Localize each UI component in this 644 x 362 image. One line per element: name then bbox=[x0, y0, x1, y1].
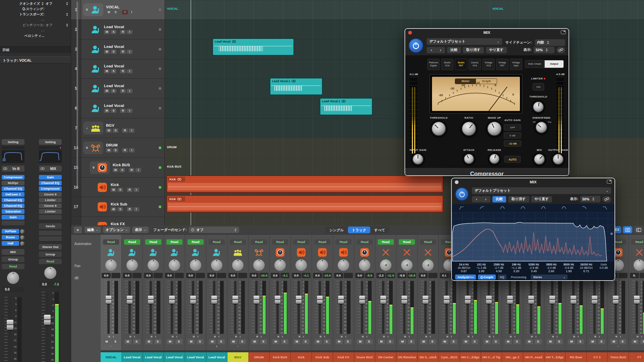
eq-band-type-icon[interactable] bbox=[477, 205, 487, 212]
inspector-param-row[interactable]: ピッチソース:オフ bbox=[0, 22, 71, 28]
plugin-slot[interactable]: Limiter bbox=[39, 198, 62, 202]
track-tab-drum[interactable]: DRUM bbox=[249, 352, 270, 362]
automation-read-button[interactable]: Read bbox=[378, 239, 394, 245]
automation-read-button[interactable]: Read bbox=[631, 239, 644, 245]
volume-fader[interactable]: 03691215182124303540455060 bbox=[544, 281, 565, 334]
volume-fader[interactable]: 03691215182124303540455060 bbox=[608, 281, 629, 334]
link-icon[interactable] bbox=[602, 196, 611, 202]
input-monitor-button[interactable]: I bbox=[133, 207, 139, 212]
inspector-param-row[interactable]: Q-スウィング: bbox=[0, 6, 71, 12]
analyzer-button[interactable]: AnalyzerPost bbox=[455, 275, 476, 280]
mute-button[interactable]: M bbox=[484, 339, 491, 344]
input-monitor-button[interactable]: I bbox=[240, 335, 240, 338]
model-button[interactable]: StudioFET bbox=[455, 59, 467, 70]
track-tab-sn-rimshot[interactable]: SN Rimshot bbox=[396, 352, 418, 362]
solo-button[interactable]: S bbox=[408, 339, 415, 344]
plugin-slot[interactable]: Saturation bbox=[2, 209, 24, 214]
pan-knob[interactable] bbox=[253, 259, 265, 271]
solo-button[interactable]: S bbox=[111, 89, 116, 93]
plugin-slot[interactable]: Channel EQ bbox=[2, 198, 24, 202]
redo-button[interactable]: やり直す bbox=[486, 47, 507, 53]
track-tab-kick-fx[interactable]: Kick FX bbox=[333, 352, 354, 362]
volume-fader[interactable]: 03691215182124303540455060 bbox=[566, 281, 586, 334]
plugin-slot[interactable]: Channel EQ bbox=[2, 186, 24, 191]
record-button[interactable]: R bbox=[127, 188, 132, 192]
mixer-strip-sn-s-stick[interactable]: Read-60.003691215182124303540455060RIMS bbox=[418, 235, 439, 350]
input-monitor-button[interactable]: I bbox=[641, 335, 642, 338]
solo-button[interactable]: S bbox=[111, 50, 116, 54]
input-monitor-button[interactable]: I bbox=[133, 188, 139, 192]
record-button[interactable]: R bbox=[573, 335, 575, 338]
routing-tab[interactable]: Side Chain bbox=[525, 60, 544, 68]
record-button[interactable]: R bbox=[120, 50, 126, 54]
pan-knob[interactable] bbox=[296, 259, 307, 271]
automation-read-button[interactable]: Read bbox=[230, 239, 246, 245]
pan-knob[interactable] bbox=[169, 259, 180, 271]
mute-button[interactable]: M bbox=[188, 339, 195, 344]
automation-read-button[interactable]: Read bbox=[166, 239, 182, 245]
mixer-strip-kick-sub[interactable]: Read0.0-15.603691215182124303540455060RI… bbox=[312, 235, 333, 350]
track-row-lead-vocal[interactable]: 4Lead VocalMSRI bbox=[71, 59, 165, 79]
eq-band-values[interactable]: 19200 Hz24 dB/Oct0.71 bbox=[578, 263, 595, 273]
volume-fader[interactable]: 03691215182124303540455060 bbox=[333, 281, 354, 334]
mute-button[interactable]: M bbox=[106, 128, 112, 133]
automation-mode[interactable]: Read bbox=[2, 264, 24, 269]
channel-name[interactable]: Vo B bbox=[2, 166, 24, 172]
solo-button[interactable]: S bbox=[175, 339, 182, 344]
filter-トラック[interactable]: トラック bbox=[348, 227, 370, 233]
mute-button[interactable]: M bbox=[106, 148, 112, 153]
pan-knob[interactable] bbox=[317, 259, 328, 271]
input-monitor-button[interactable]: I bbox=[409, 335, 410, 338]
input-monitor-button[interactable]: I bbox=[367, 335, 367, 338]
record-button[interactable]: R bbox=[122, 128, 128, 133]
record-button[interactable]: R bbox=[320, 335, 322, 338]
filter-すべて[interactable]: すべて bbox=[370, 227, 389, 233]
solo-button[interactable]: S bbox=[133, 339, 140, 344]
record-button[interactable]: R bbox=[404, 335, 406, 338]
volume-fader[interactable]: 03691215182124303540455060 bbox=[629, 281, 644, 334]
mute-button[interactable]: M bbox=[610, 339, 618, 344]
record-button[interactable]: R bbox=[129, 168, 135, 172]
input-monitor-button[interactable]: I bbox=[127, 109, 132, 113]
auto-gain-option[interactable]: -12 dB bbox=[504, 140, 521, 146]
strip-disclosure[interactable] bbox=[523, 345, 544, 348]
automation-read-button[interactable]: Read bbox=[272, 239, 288, 245]
eq-band-values[interactable]: 24.4 Hz18 dB/Oct0.67 bbox=[455, 263, 473, 273]
routing-tab[interactable]: Output bbox=[544, 60, 564, 68]
record-button[interactable]: R bbox=[214, 335, 216, 338]
plugin-slot[interactable]: Ozone 9 bbox=[39, 192, 62, 197]
mixer-strip-drum[interactable]: Read0.0-16.603691215182124303540455060RI… bbox=[249, 235, 270, 350]
link-icon[interactable] bbox=[556, 47, 565, 53]
solo-button[interactable]: S bbox=[344, 339, 352, 344]
automation-mode[interactable]: Read bbox=[39, 259, 62, 264]
record-button[interactable]: R bbox=[341, 335, 343, 338]
plugin-slot[interactable]: Gain bbox=[39, 175, 62, 180]
inspector-param-row[interactable]: ベロシティ... bbox=[0, 33, 71, 39]
track-tab-bgv[interactable]: BGV bbox=[227, 352, 249, 362]
strip-disclosure[interactable] bbox=[629, 345, 644, 348]
solo-button[interactable]: S bbox=[113, 128, 118, 133]
eq-band-type-icon[interactable] bbox=[518, 205, 528, 212]
menu-編集[interactable]: 編集⌄ bbox=[85, 227, 101, 233]
solo-button[interactable]: S bbox=[302, 339, 309, 344]
solo-button[interactable]: S bbox=[117, 188, 123, 192]
mute-button[interactable]: M bbox=[104, 30, 110, 34]
mute-button[interactable]: M bbox=[230, 339, 237, 344]
send-knob[interactable] bbox=[20, 241, 24, 246]
input-monitor-button[interactable]: I bbox=[472, 335, 473, 338]
record-button[interactable]: R bbox=[108, 335, 110, 338]
pan-knob[interactable] bbox=[126, 259, 138, 271]
solo-button[interactable]: S bbox=[514, 339, 521, 344]
solo-button[interactable]: S bbox=[640, 339, 644, 344]
inspector-param-row[interactable]: - - bbox=[0, 28, 71, 33]
volume-fader[interactable]: 03691215182124303540455060 bbox=[249, 281, 269, 334]
release-knob[interactable] bbox=[489, 153, 500, 165]
solo-button[interactable]: S bbox=[218, 339, 225, 344]
input-monitor-button[interactable]: I bbox=[129, 148, 135, 153]
input-monitor-button[interactable]: I bbox=[113, 335, 114, 338]
close-icon[interactable] bbox=[455, 180, 459, 184]
track-tab-lead-vocal[interactable]: Lead Vocal bbox=[143, 352, 164, 362]
input-monitor-button[interactable]: I bbox=[515, 335, 515, 338]
track-tab-lead-vocal[interactable]: Lead Vocal bbox=[206, 352, 227, 362]
solo-button[interactable]: S bbox=[450, 339, 457, 344]
